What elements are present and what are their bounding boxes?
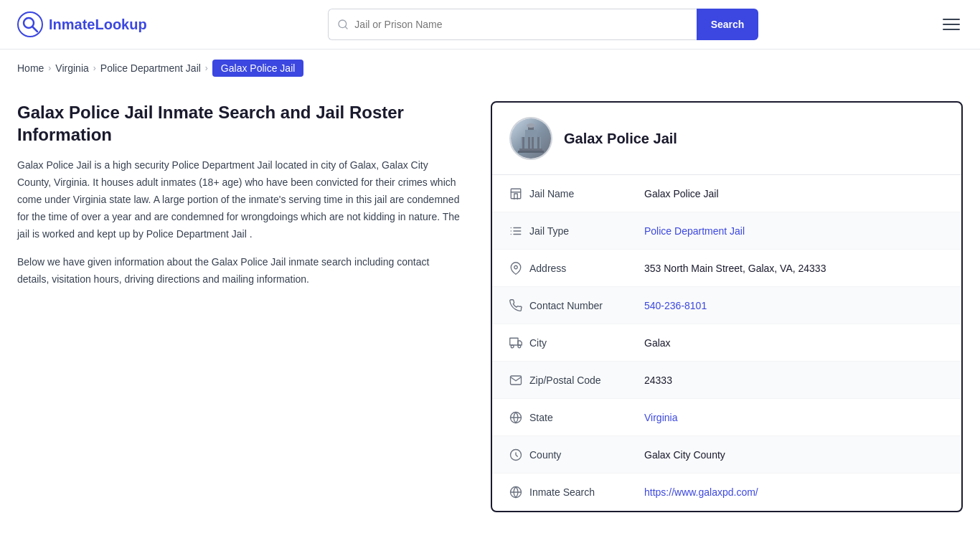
inmate-search-icon (509, 486, 529, 499)
logo-icon (17, 11, 43, 37)
menu-button[interactable] (940, 16, 963, 33)
svg-point-25 (511, 345, 514, 348)
jail-type-value: Police Department Jail (644, 225, 944, 237)
zip-value: 24333 (644, 375, 944, 386)
search-icon (337, 19, 349, 30)
svg-marker-24 (518, 341, 522, 345)
svg-point-0 (18, 12, 42, 37)
svg-rect-9 (528, 137, 530, 150)
svg-rect-11 (537, 137, 540, 150)
chevron-icon: › (48, 63, 51, 73)
page-description-2: Below we have given information about th… (17, 254, 462, 288)
pin-icon (509, 262, 529, 275)
table-row: Address 353 North Main Street, Galax, VA… (492, 250, 961, 287)
table-row: State Virginia (492, 399, 961, 436)
breadcrumb: Home › Virginia › Police Department Jail… (0, 50, 980, 87)
table-row: Inmate Search https://www.galaxpd.com/ (492, 474, 961, 511)
search-input-wrapper (328, 9, 696, 40)
search-bar: Search (328, 9, 758, 40)
main-content: Galax Police Jail Inmate Search and Jail… (0, 87, 980, 527)
phone-link[interactable]: 540-236-8101 (644, 300, 707, 311)
breadcrumb-virginia[interactable]: Virginia (55, 62, 88, 74)
inmate-search-label: Inmate Search (529, 486, 644, 498)
table-row: City Galax (492, 324, 961, 362)
jail-type-label: Jail Type (529, 225, 644, 237)
breadcrumb-active: Galax Police Jail (212, 60, 304, 77)
chevron-icon: › (93, 63, 96, 73)
building-avatar-icon (515, 123, 547, 154)
state-value: Virginia (644, 412, 944, 423)
table-row: Zip/Postal Code 24333 (492, 362, 961, 399)
address-label: Address (529, 263, 644, 274)
table-row: County Galax City County (492, 436, 961, 474)
svg-line-2 (32, 27, 37, 32)
chevron-icon: › (205, 63, 208, 73)
zip-label: Zip/Postal Code (529, 375, 644, 386)
city-label: City (529, 337, 644, 349)
header: InmateLookup Search (0, 0, 980, 50)
county-value: Galax City County (644, 449, 944, 461)
breadcrumb-police-dept[interactable]: Police Department Jail (100, 62, 201, 74)
state-link[interactable]: Virginia (644, 412, 677, 423)
inmate-search-value: https://www.galaxpd.com/ (644, 486, 944, 498)
contact-label: Contact Number (529, 300, 644, 311)
left-column: Galax Police Jail Inmate Search and Jail… (17, 101, 491, 512)
card-header: Galax Police Jail (492, 103, 961, 175)
city-value: Galax (644, 337, 944, 349)
page-title: Galax Police Jail Inmate Search and Jail… (17, 101, 462, 146)
county-icon (509, 448, 529, 461)
county-label: County (529, 449, 644, 461)
table-row: Jail Name Galax Police Jail (492, 175, 961, 212)
table-row: Contact Number 540-236-8101 (492, 287, 961, 324)
jail-name-label: Jail Name (529, 188, 644, 199)
globe-icon (509, 411, 529, 424)
building-icon (509, 187, 529, 200)
search-button[interactable]: Search (697, 9, 759, 40)
jail-avatar (509, 117, 552, 160)
card-title: Galax Police Jail (564, 131, 677, 147)
info-card: Galax Police Jail Jail Name Galax Police… (491, 101, 963, 512)
contact-value: 540-236-8101 (644, 300, 944, 311)
breadcrumb-home[interactable]: Home (17, 62, 44, 74)
jail-type-link[interactable]: Police Department Jail (644, 225, 745, 237)
svg-rect-6 (525, 130, 537, 137)
page-description-1: Galax Police Jail is a high security Pol… (17, 157, 462, 242)
svg-rect-8 (522, 137, 524, 150)
right-column: Galax Police Jail Jail Name Galax Police… (491, 101, 963, 512)
table-row: Jail Type Police Department Jail (492, 212, 961, 250)
svg-point-14 (527, 123, 535, 128)
search-input[interactable] (354, 19, 687, 30)
svg-rect-12 (519, 149, 542, 151)
svg-line-4 (345, 27, 347, 29)
inmate-search-link[interactable]: https://www.galaxpd.com/ (644, 486, 758, 498)
svg-rect-13 (518, 151, 544, 153)
list-icon (509, 225, 529, 237)
logo[interactable]: InmateLookup (17, 11, 147, 37)
logo-text: InmateLookup (49, 17, 147, 33)
jail-name-value: Galax Police Jail (644, 188, 944, 199)
info-table: Jail Name Galax Police Jail Jail Type Po… (492, 175, 961, 511)
svg-point-26 (518, 345, 521, 348)
svg-point-22 (514, 265, 518, 269)
svg-rect-10 (532, 137, 534, 150)
mail-icon (509, 374, 529, 387)
city-icon (509, 336, 529, 349)
svg-rect-23 (510, 338, 518, 345)
phone-icon (509, 299, 529, 312)
address-value: 353 North Main Street, Galax, VA, 24333 (644, 263, 944, 274)
state-label: State (529, 412, 644, 423)
